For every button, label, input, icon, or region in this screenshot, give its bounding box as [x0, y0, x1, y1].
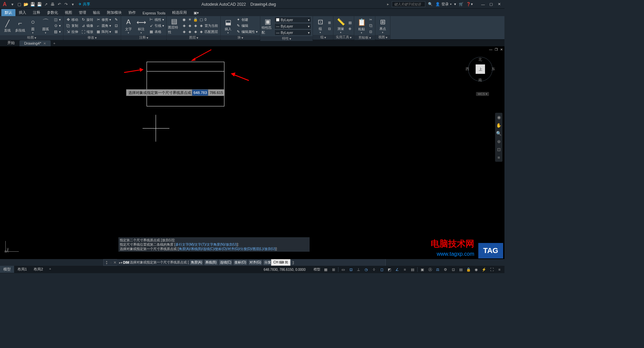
viewcube-north[interactable]: 北 — [478, 57, 482, 62]
nav-showui-icon[interactable]: ⊡ — [496, 146, 502, 152]
rotate-button[interactable]: ↻旋转 — [80, 17, 94, 22]
share-button[interactable]: ✈ 共享 — [78, 2, 90, 7]
qat-more[interactable]: ▾ — [70, 1, 76, 7]
nav-wheel-icon[interactable]: ◉ — [496, 114, 502, 120]
command-line[interactable]: ▸▾ DIM 选择对象或指定第一个尺寸界线原点或 [ 角度(A) 基线(B) 连… — [117, 259, 385, 266]
measure-button[interactable]: 📏测量▾ — [335, 17, 347, 34]
table-button[interactable]: ▦表格 — [148, 29, 165, 35]
draw-sm3[interactable]: ▨▾ — [52, 29, 62, 35]
cart-icon[interactable]: 🛒 — [459, 2, 464, 6]
qprop-icon[interactable]: ▤ — [457, 266, 465, 272]
draw-sm1[interactable]: ◫▾ — [52, 17, 62, 22]
drawing-minimize[interactable]: — — [488, 47, 493, 52]
layers-row1[interactable]: ◉☀🔒▢0 — [181, 17, 219, 22]
modify-ex3[interactable]: ⊞ — [113, 29, 119, 35]
3dosnap-icon[interactable]: ◩ — [386, 266, 393, 272]
stretch-button[interactable]: ⇲拉伸 — [65, 29, 79, 35]
hwaccel-icon[interactable]: ⚡ — [480, 266, 488, 272]
color-combo[interactable]: ByLayer▾ — [274, 17, 311, 23]
customize-icon[interactable]: ≡ — [496, 266, 503, 272]
transp-icon[interactable]: ▤ — [409, 266, 416, 272]
block-edit-button[interactable]: ✎编辑 — [235, 23, 259, 29]
tab-parametric[interactable]: 参数化 — [44, 9, 61, 16]
cut-button[interactable]: ✂ — [368, 17, 374, 22]
tab-addins[interactable]: 附加模块 — [104, 9, 125, 16]
insert-button[interactable]: ⬓插入▾ — [222, 17, 234, 35]
infer-icon[interactable]: ▭ — [339, 266, 347, 272]
scale-button[interactable]: ⛶缩放 — [80, 29, 94, 35]
grid-icon[interactable]: ▦ — [322, 266, 329, 272]
fillet-button[interactable]: ⌐圆角 ▾ — [95, 23, 112, 29]
dynamic-input-x[interactable]: 648.783 — [192, 89, 209, 96]
isolate-icon[interactable]: ◉ — [473, 266, 480, 272]
viewcube-south[interactable]: 南 — [478, 78, 482, 83]
layers-row3[interactable]: ◈◈◈◈匹配图层 — [181, 29, 219, 35]
cmd-opt-base[interactable]: 基线(B) — [204, 260, 217, 265]
open-icon[interactable]: 📂 — [23, 1, 29, 7]
block-create-button[interactable]: ✦创建 — [235, 17, 259, 22]
help-icon[interactable]: ❓▾ — [466, 2, 473, 6]
util-sm2[interactable]: ⊕ — [347, 26, 353, 32]
match-prop-button[interactable]: ▣特性匹配 — [262, 17, 274, 35]
dyninput-icon[interactable]: ⊡ — [347, 266, 355, 272]
clip-sm3[interactable]: ⊡ — [368, 29, 374, 35]
close-button[interactable]: ✕ — [495, 1, 503, 8]
qat-dropdown[interactable]: ▾ — [9, 1, 15, 7]
ws-icon[interactable]: ⚙ — [442, 266, 449, 272]
arc-button[interactable]: ⌒圆弧▾ — [40, 17, 52, 35]
otrack-icon[interactable]: ∠ — [393, 266, 401, 272]
web-icon[interactable]: ↗ — [43, 1, 49, 7]
polyline-button[interactable]: ⌐多段线 — [14, 17, 26, 35]
cycle-icon[interactable]: ▣ — [419, 266, 426, 272]
view-cube[interactable]: 北 南 东 西 上 — [467, 56, 494, 83]
nav-zoom-icon[interactable]: 🔍 — [496, 130, 502, 136]
linetype-combo[interactable]: —ByLayer▾ — [274, 30, 311, 36]
undo-icon[interactable]: ↶ — [56, 1, 62, 7]
dim-button[interactable]: ⟷标注▾ — [135, 17, 147, 35]
block-attr-button[interactable]: ✎编辑属性 ▾ — [235, 29, 259, 35]
draw-sm2[interactable]: ⊙▾ — [52, 23, 62, 29]
cmd-opt-angle[interactable]: 角度(A) — [190, 260, 203, 265]
leader-button[interactable]: ↙引线 ▾ — [148, 23, 165, 29]
tab-launcher[interactable]: ▣▾ — [190, 10, 202, 16]
cleanscrn-icon[interactable]: ⛶ — [488, 266, 495, 272]
circle-button[interactable]: ○圆▾ — [27, 17, 39, 35]
file-tab-drawing[interactable]: Drawing4*✕ — [19, 40, 51, 46]
status-model[interactable]: 模型 — [312, 267, 322, 272]
save-icon[interactable]: 💾 — [30, 1, 36, 7]
tab-default[interactable]: 默认 — [1, 9, 15, 16]
cmd-grip[interactable]: :: — [110, 261, 112, 264]
lwt-icon[interactable]: ≡ — [401, 266, 409, 272]
search-input[interactable] — [392, 1, 425, 7]
nav-orbit-icon[interactable]: ⊕ — [496, 138, 502, 144]
group-sm2[interactable]: ⊟ — [327, 26, 332, 32]
cmd-opt-align[interactable]: 对齐(G) — [249, 260, 262, 265]
group-button[interactable]: ⊡组▾ — [314, 17, 326, 34]
cmd-close[interactable]: ✕ — [112, 260, 117, 265]
modify-ex1[interactable]: ✎ — [113, 17, 119, 22]
minimize-button[interactable]: — — [479, 1, 487, 8]
tab-annotate[interactable]: 注释 — [30, 9, 44, 16]
polar-icon[interactable]: ◷ — [363, 266, 370, 272]
group-sm1[interactable]: ⊞ — [327, 20, 332, 26]
tab-output[interactable]: 输出 — [90, 9, 104, 16]
units-icon[interactable]: ⊡ — [449, 266, 457, 272]
layout-add[interactable]: + — [46, 266, 54, 272]
copy-button[interactable]: ⿻复制 — [65, 23, 79, 29]
modify-ex2[interactable]: ⊡ — [113, 23, 119, 29]
move-button[interactable]: ✥移动 — [65, 17, 79, 22]
wcs-badge[interactable]: WCS ▾ — [476, 92, 489, 96]
iso-icon[interactable]: ◊ — [370, 266, 378, 272]
paste-button[interactable]: 📋粘贴▾ — [356, 17, 368, 35]
layout-tab-2[interactable]: 布局2 — [30, 266, 46, 273]
array-button[interactable]: ▦阵列 ▾ — [95, 29, 112, 35]
drawing-close[interactable]: ✕ — [499, 47, 504, 52]
viewcube-top[interactable]: 上 — [476, 64, 485, 74]
maximize-button[interactable]: ▢ — [487, 1, 495, 8]
nav-more[interactable]: ≡ — [496, 154, 502, 160]
search-icon[interactable]: 🔍 — [428, 2, 433, 6]
layout-tab-1[interactable]: 布局1 — [14, 266, 30, 273]
file-tab-add[interactable]: + — [51, 40, 58, 46]
annoscale-icon[interactable]: ⚖ — [434, 266, 441, 272]
drawing-area[interactable]: — ❐ ✕ 选择对象或指定第一个尺寸界线原点或 ▾ 648.783 786.61… — [0, 46, 504, 259]
